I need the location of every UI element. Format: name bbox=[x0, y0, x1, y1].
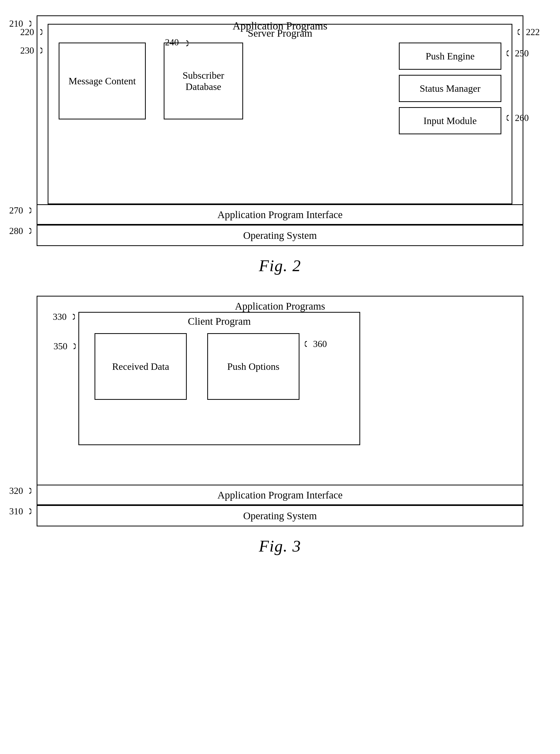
fig3-push-options-box: Push Options 360 bbox=[207, 333, 299, 400]
fig3-os-bar: Operating System 310 bbox=[37, 505, 523, 526]
fig3-app-programs-title: Application Programs bbox=[37, 296, 523, 312]
fig3-caption: Fig. 3 bbox=[259, 537, 301, 556]
fig2-push-engine-box: Push Engine 250 bbox=[399, 42, 501, 70]
fig3-outer-box: Application Programs 330 Client Program … bbox=[37, 296, 523, 526]
label-330: 330 bbox=[53, 311, 75, 322]
label-280: 280 bbox=[9, 226, 31, 236]
fig2-input-module-box: Input Module 260 bbox=[399, 107, 501, 134]
fig3-received-data-box: Received Data bbox=[95, 333, 187, 400]
fig2-caption: Fig. 2 bbox=[259, 256, 301, 275]
label-222: 222 bbox=[518, 27, 540, 37]
label-310: 310 bbox=[9, 506, 31, 517]
fig2-message-content-box: Message Content bbox=[59, 42, 146, 119]
fig2-subscriber-db-box: Subscriber Database bbox=[164, 42, 243, 119]
label-320: 320 bbox=[9, 485, 31, 496]
fig2-server-program-box: 220 222 Server Program 230 Message Conte… bbox=[48, 24, 512, 204]
figure-3-container: Application Programs 330 Client Program … bbox=[26, 296, 534, 556]
fig3-client-program-box: Client Program 350 Received Data Push Op… bbox=[78, 312, 360, 445]
label-260: 260 bbox=[507, 113, 529, 123]
fig2-status-manager-box: Status Manager bbox=[399, 75, 501, 102]
label-360: 360 bbox=[305, 339, 327, 349]
fig3-client-program-title: Client Program bbox=[79, 313, 359, 327]
fig2-outer-box: 210 Application Programs 220 222 Server … bbox=[37, 15, 523, 246]
fig3-api-bar: Application Program Interface 320 bbox=[37, 485, 523, 505]
figure-2-container: 210 Application Programs 220 222 Server … bbox=[26, 15, 534, 275]
fig2-right-modules: Push Engine 250 Status Manager Input Mod… bbox=[399, 42, 501, 134]
fig2-server-program-title: Server Program bbox=[48, 25, 512, 39]
label-350: 350 bbox=[54, 341, 76, 352]
fig2-api-bar: Application Program Interface 270 bbox=[37, 204, 523, 225]
label-250: 250 bbox=[507, 48, 529, 59]
label-220: 220 bbox=[20, 27, 42, 37]
label-270: 270 bbox=[9, 205, 31, 216]
label-230: 230 bbox=[20, 45, 42, 56]
fig2-os-bar: Operating System 280 bbox=[37, 225, 523, 245]
